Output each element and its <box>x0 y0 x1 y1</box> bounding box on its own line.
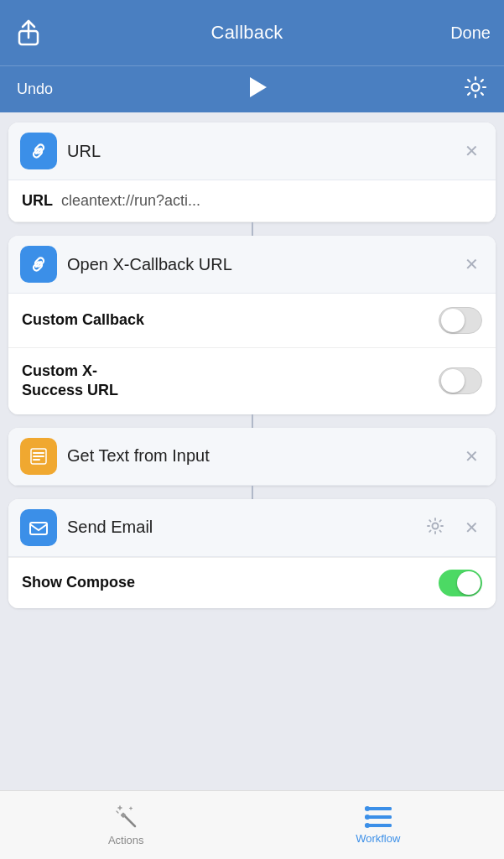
workflow-content: URL ✕ URL cleantext://run?acti... Open X… <box>0 112 504 790</box>
svg-line-10 <box>117 811 118 813</box>
connector-2 <box>252 414 253 428</box>
get-text-card-close-button[interactable]: ✕ <box>460 445 484 468</box>
toggle-knob <box>441 309 465 332</box>
custom-callback-label: Custom Callback <box>22 310 439 330</box>
page-title: Callback <box>211 22 283 44</box>
custom-x-success-label: Custom X-Success URL <box>22 362 439 401</box>
xcallback-card-title: Open X-Callback URL <box>67 255 449 274</box>
xcallback-card-icon <box>20 246 57 283</box>
get-text-card-title: Get Text from Input <box>67 446 449 466</box>
send-email-card-header: Send Email ✕ <box>8 499 496 557</box>
url-card: URL ✕ URL cleantext://run?acti... <box>8 122 496 222</box>
custom-x-success-toggle[interactable] <box>439 367 482 394</box>
custom-callback-toggle[interactable] <box>439 307 482 334</box>
actions-tab[interactable]: Actions <box>0 791 252 859</box>
connector-1 <box>252 222 253 236</box>
toolbar: Undo <box>0 65 504 112</box>
settings-button[interactable] <box>464 75 487 104</box>
show-compose-toggle[interactable] <box>439 570 482 596</box>
send-email-card: Send Email ✕ Show Compose <box>8 499 496 608</box>
url-card-icon <box>20 133 57 169</box>
url-card-header: URL ✕ <box>8 122 496 180</box>
xcallback-card-close-button[interactable]: ✕ <box>460 252 484 276</box>
connector-3 <box>252 486 253 499</box>
toggle-knob-on <box>457 571 481 595</box>
send-email-card-title: Send Email <box>67 518 411 537</box>
play-button[interactable] <box>250 77 267 102</box>
url-field-label: URL <box>22 192 53 210</box>
url-card-close-button[interactable]: ✕ <box>460 139 484 163</box>
top-nav-bar: Callback Done <box>0 0 504 65</box>
custom-x-success-row: Custom X-Success URL <box>8 348 496 414</box>
get-text-card-icon <box>20 438 57 475</box>
show-compose-row: Show Compose <box>8 557 496 608</box>
share-button[interactable] <box>13 16 44 49</box>
send-email-gear-button[interactable] <box>421 513 449 541</box>
workflow-tab-label: Workflow <box>356 832 400 845</box>
get-text-card: Get Text from Input ✕ <box>8 428 496 486</box>
send-email-close-button[interactable]: ✕ <box>460 516 484 539</box>
url-card-title: URL <box>67 142 449 161</box>
play-icon <box>250 77 267 97</box>
done-button[interactable]: Done <box>450 20 491 46</box>
wand-icon <box>112 804 139 830</box>
workflow-tab[interactable]: Workflow <box>252 791 505 859</box>
get-text-card-header: Get Text from Input ✕ <box>8 428 496 486</box>
svg-point-7 <box>433 523 439 529</box>
svg-rect-6 <box>30 523 47 534</box>
url-field-value: cleantext://run?acti... <box>61 192 200 210</box>
list-icon <box>365 805 392 829</box>
url-field-row[interactable]: URL cleantext://run?acti... <box>8 180 496 222</box>
send-email-card-icon <box>20 509 57 546</box>
xcallback-card: Open X-Callback URL ✕ Custom Callback Cu… <box>8 236 496 414</box>
show-compose-label: Show Compose <box>22 574 135 591</box>
custom-callback-row: Custom Callback <box>8 294 496 348</box>
toggle-knob-2 <box>441 369 465 393</box>
svg-point-1 <box>472 83 480 91</box>
actions-tab-label: Actions <box>108 834 144 846</box>
xcallback-card-header: Open X-Callback URL ✕ <box>8 236 496 294</box>
undo-button[interactable]: Undo <box>17 81 53 98</box>
tab-bar: Actions Workflow <box>0 790 504 859</box>
